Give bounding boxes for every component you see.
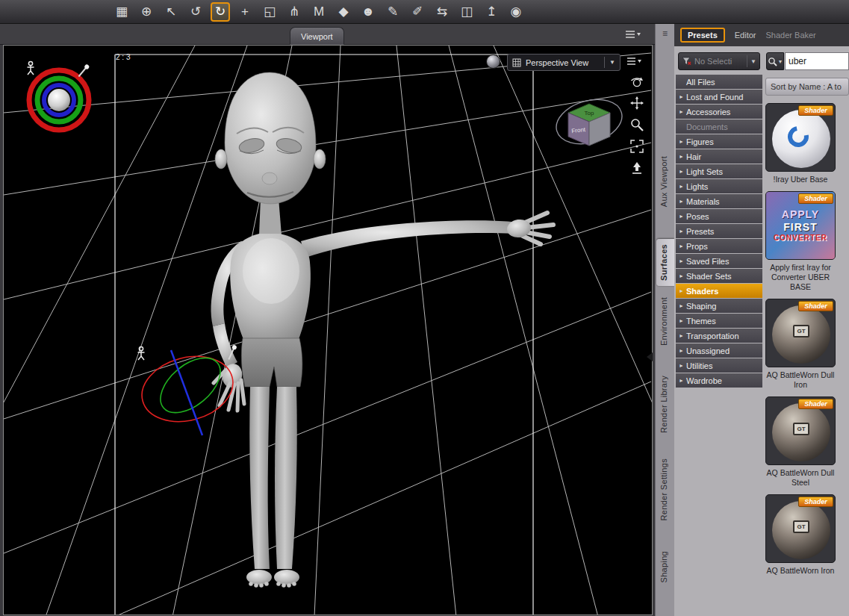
category-materials[interactable]: ►Materials [676, 194, 762, 208]
strip-grip-icon[interactable]: ≡ [656, 24, 674, 39]
category-hair[interactable]: ►Hair [676, 149, 762, 164]
asset-card-aq-battleworn-dull-iron[interactable]: GTShaderAQ BattleWorn Dull Iron [764, 299, 837, 390]
primitive-cube-tool-icon[interactable]: ◫ [457, 2, 476, 22]
figure-setup-tool-icon[interactable]: ☻ [358, 2, 378, 22]
joint-editor-tool-icon[interactable]: ⋔ [284, 2, 304, 22]
category-accessories[interactable]: ►Accessories [676, 105, 762, 119]
category-figures[interactable]: ►Figures [676, 134, 762, 149]
asset-card--iray-uber-base[interactable]: Shader!Iray Uber Base [764, 103, 837, 184]
chevron-down-icon: ▼ [778, 59, 783, 64]
orbit-tool-icon[interactable]: ↺ [186, 2, 205, 22]
category-saved-files[interactable]: ►Saved Files [676, 254, 762, 268]
asset-card-aq-battleworn-dull-steel[interactable]: GTShaderAQ BattleWorn Dull Steel [764, 396, 837, 488]
render-camera-tool-icon[interactable]: ◉ [506, 2, 526, 22]
side-tab-environment[interactable]: Environment [656, 292, 674, 351]
chevron-down-icon: ▼ [750, 58, 756, 65]
orbit-camera-icon[interactable] [629, 74, 644, 89]
view-cube[interactable]: Top Front [551, 93, 627, 152]
viewport-tab-label: Viewport [301, 32, 333, 41]
category-utilities[interactable]: ►Utilities [676, 358, 762, 373]
expand-arrow-icon: ► [679, 348, 684, 353]
expand-arrow-icon: ► [679, 199, 684, 204]
multi-brush-tool-icon[interactable]: ✐ [408, 2, 427, 22]
thumbnail-grid: Shader!Iray Uber BaseAPPLYFIRSTCONVERTER… [764, 103, 842, 576]
category-presets[interactable]: ►Presets [676, 224, 762, 238]
camera-controls [629, 74, 644, 175]
translate-tool-icon[interactable]: + [235, 2, 255, 22]
expand-arrow-icon: ► [679, 184, 684, 189]
category-wardrobe[interactable]: ►Wardrobe [676, 373, 762, 388]
category-label: Presets [686, 227, 714, 236]
category-documents[interactable]: Documents [676, 119, 762, 134]
side-tab-surfaces[interactable]: Surfaces [656, 239, 674, 286]
tab-viewport[interactable]: Viewport [290, 27, 344, 45]
measure-metrics-tool-icon[interactable]: M [309, 2, 329, 22]
character-figure[interactable] [211, 72, 553, 588]
category-shader-sets[interactable]: ►Shader Sets [676, 269, 762, 283]
category-lights[interactable]: ►Lights [676, 179, 762, 193]
category-poses[interactable]: ►Poses [676, 209, 762, 223]
rotate-tool-icon[interactable]: ↻ [211, 2, 230, 22]
viewport-3d[interactable]: Top Front 2 : 3 Perspective View ▼ [3, 45, 653, 615]
search-input[interactable] [785, 52, 849, 70]
asset-thumbnail: GTShader [765, 396, 836, 465]
category-shaping[interactable]: ►Shaping [676, 299, 762, 313]
shader-sphere-preview: GT [772, 305, 830, 364]
category-props[interactable]: ►Props [676, 239, 762, 253]
splitter-collapse-icon[interactable] [647, 352, 653, 361]
asset-thumbnail: APPLYFIRSTCONVERTERShader [765, 191, 836, 260]
side-tab-render-library[interactable]: Render Library [656, 370, 674, 438]
category-shaders[interactable]: ►Shaders [676, 284, 762, 298]
expand-arrow-icon: ► [679, 318, 684, 323]
asset-card-apply-first-iray-for-converter-uber-base[interactable]: APPLYFIRSTCONVERTERShaderApply first Ira… [764, 191, 837, 292]
asset-card-aq-battleworn-iron[interactable]: GTShaderAQ BattleWorn Iron [764, 494, 837, 576]
viewport-options-icon[interactable] [626, 56, 643, 66]
tab-editor[interactable]: Editor [735, 31, 756, 40]
category-label: Materials [686, 197, 720, 206]
side-tab-render-settings[interactable]: Render Settings [656, 453, 674, 526]
category-label: Hair [686, 152, 701, 161]
scale-tool-icon[interactable]: ◱ [260, 2, 279, 22]
expand-arrow-icon: ► [679, 139, 684, 144]
side-tab-shaping[interactable]: Shaping [656, 546, 674, 588]
category-themes[interactable]: ►Themes [676, 314, 762, 328]
vendor-logo: GT [793, 423, 809, 435]
category-lost-and-found[interactable]: ►Lost and Found [676, 90, 762, 104]
expand-arrow-icon: ► [679, 154, 684, 159]
side-tab-aux-viewport[interactable]: Aux Viewport [656, 151, 674, 212]
pane-menu-icon[interactable] [625, 29, 641, 40]
category-light-sets[interactable]: ►Light Sets [676, 164, 762, 178]
viewport-canvas[interactable]: Top Front [4, 46, 652, 615]
geometry-editor-tool-icon[interactable]: ◆ [334, 2, 353, 22]
frame-camera-icon[interactable] [629, 139, 644, 154]
pointer-arrows-tool-icon[interactable]: ↥ [482, 2, 501, 22]
asset-caption: !Iray Uber Base [764, 175, 837, 184]
category-unassigned[interactable]: ►Unassigned [676, 343, 762, 358]
category-all-files[interactable]: All Files [676, 75, 762, 89]
aim-camera-icon[interactable] [629, 161, 644, 175]
shaded-sphere-icon[interactable] [486, 55, 500, 69]
search-icon [768, 57, 777, 66]
search-options-button[interactable]: ▼ [766, 52, 784, 70]
zoom-camera-icon[interactable] [629, 117, 644, 132]
category-label: Accessories [686, 108, 730, 116]
sort-label: Sort by Name : A to [771, 82, 842, 91]
rotate-gizmo-main[interactable] [29, 70, 89, 130]
divider [604, 57, 605, 68]
category-transportation[interactable]: ►Transportation [676, 329, 762, 343]
surface-brush-tool-icon[interactable]: ✎ [383, 2, 402, 22]
tab-shader-baker[interactable]: Shader Baker [766, 31, 816, 40]
pan-camera-icon[interactable] [629, 96, 644, 111]
side-tab-strip: ≡ Aux ViewportSurfacesEnvironmentRender … [655, 24, 674, 616]
scene-grid-tool-icon[interactable]: ▦ [112, 2, 131, 22]
pin-icon[interactable] [77, 63, 90, 78]
sort-dropdown[interactable]: Sort by Name : A to [765, 78, 849, 96]
tab-presets[interactable]: Presets [680, 28, 725, 43]
camera-view-selector[interactable]: Perspective View ▼ [507, 54, 621, 71]
node-selection-tool-icon[interactable]: ↖ [161, 2, 181, 22]
selection-filter-dropdown[interactable]: No Selecti ▼ [678, 52, 760, 70]
category-label: Light Sets [686, 167, 723, 176]
transfer-utility-tool-icon[interactable]: ⇆ [432, 2, 452, 22]
universal-manipulator-tool-icon[interactable]: ⊕ [137, 2, 156, 22]
tab-editor-label: Editor [735, 31, 756, 40]
